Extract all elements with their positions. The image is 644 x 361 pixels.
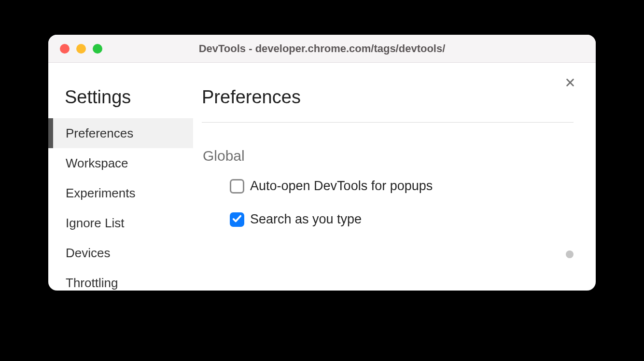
settings-sidebar: Settings Preferences Workspace Experimen… [48, 63, 193, 291]
settings-main: Preferences Global Auto-open DevTools fo… [193, 63, 596, 291]
preferences-scroll-area: Global Auto-open DevTools for popups Sea… [202, 122, 574, 267]
sidebar-item-experiments[interactable]: Experiments [48, 178, 193, 208]
window-zoom-button[interactable] [93, 44, 102, 54]
sidebar-item-ignore-list[interactable]: Ignore List [48, 208, 193, 238]
window-minimize-button[interactable] [76, 44, 86, 54]
page-title: Preferences [202, 87, 574, 108]
sidebar-item-devices[interactable]: Devices [48, 238, 193, 268]
window-close-button[interactable] [60, 44, 70, 54]
section-title-global: Global [203, 148, 574, 164]
sidebar-item-label: Preferences [66, 126, 133, 141]
settings-content: Settings Preferences Workspace Experimen… [48, 63, 596, 291]
checkbox-auto-open-devtools[interactable] [230, 179, 244, 194]
sidebar-item-preferences[interactable]: Preferences [48, 118, 193, 148]
traffic-lights [60, 44, 102, 54]
sidebar-item-throttling[interactable]: Throttling [48, 268, 193, 291]
titlebar: DevTools - developer.chrome.com/tags/dev… [48, 35, 596, 63]
scrollbar-thumb[interactable] [566, 250, 574, 258]
sidebar-item-label: Workspace [66, 156, 128, 171]
checkbox-search-as-you-type[interactable] [230, 212, 244, 227]
sidebar-item-label: Experiments [66, 186, 136, 201]
option-auto-open-devtools: Auto-open DevTools for popups [230, 179, 574, 194]
sidebar-item-workspace[interactable]: Workspace [48, 148, 193, 178]
sidebar-item-label: Throttling [66, 276, 118, 291]
sidebar-item-label: Devices [66, 246, 110, 261]
devtools-window: DevTools - developer.chrome.com/tags/dev… [48, 35, 596, 291]
sidebar-item-label: Ignore List [66, 216, 124, 231]
option-label: Search as you type [250, 212, 362, 227]
option-label: Auto-open DevTools for popups [250, 179, 433, 194]
checkmark-icon [232, 213, 242, 226]
option-search-as-you-type: Search as you type [230, 212, 574, 227]
sidebar-title: Settings [48, 87, 193, 118]
window-title: DevTools - developer.chrome.com/tags/dev… [48, 42, 596, 55]
